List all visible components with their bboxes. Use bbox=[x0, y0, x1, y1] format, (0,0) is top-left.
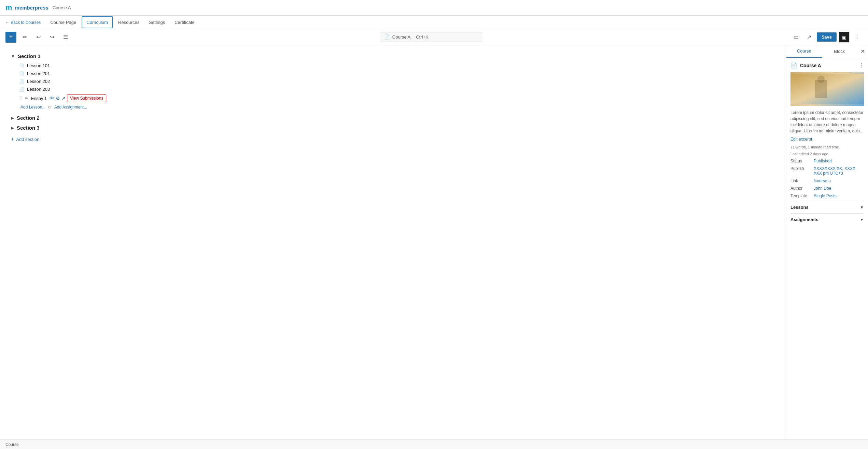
template-value[interactable]: Single Posts bbox=[814, 193, 837, 198]
document-title-input[interactable]: 📄 Course A Ctrl+K bbox=[380, 32, 482, 42]
essay-settings-icon[interactable]: ⚙ bbox=[56, 96, 60, 101]
more-options-button[interactable]: ⋮ bbox=[852, 32, 863, 43]
lesson-icon: 📄 bbox=[19, 71, 24, 76]
toolbar-right: ▭ ↗ Save ▣ ⋮ bbox=[791, 32, 863, 43]
section-3-title: Section 3 bbox=[17, 125, 40, 131]
section-3-header[interactable]: ▶ Section 3 bbox=[11, 125, 775, 131]
panel-lessons-title: Lessons bbox=[790, 205, 809, 210]
section-1-header[interactable]: ▼ Section 1 bbox=[11, 53, 775, 59]
panel-lessons-chevron-icon: ▼ bbox=[860, 205, 864, 210]
section-2-header[interactable]: ▶ Section 2 bbox=[11, 115, 775, 121]
status-text: Course bbox=[5, 442, 19, 447]
content-area: ▼ Section 1 📄 Lesson 101 📄 Lesson 201 📄 … bbox=[0, 45, 786, 439]
lesson-icon: 📄 bbox=[19, 79, 24, 84]
add-section-label: Add section bbox=[16, 137, 39, 142]
svg-point-2 bbox=[817, 76, 825, 83]
essay-name: Essay 1 bbox=[31, 96, 47, 101]
panel-close-button[interactable]: ✕ bbox=[857, 45, 868, 58]
publish-value[interactable]: XXXXXXXX XX, XXXX XXX pm UTC+0 bbox=[814, 166, 864, 176]
section-1-title: Section 1 bbox=[18, 53, 41, 59]
tab-course[interactable]: Course bbox=[786, 45, 822, 58]
essay-share-icon[interactable]: ↗ bbox=[61, 96, 66, 101]
right-panel: Course Block ✕ 📄 Course A ⋮ bbox=[786, 45, 868, 439]
status-row: Status Published bbox=[790, 159, 864, 163]
section-3-chevron-icon: ▶ bbox=[11, 126, 14, 130]
course-block-menu-icon[interactable]: ⋮ bbox=[858, 62, 864, 69]
author-value[interactable]: John Doe bbox=[814, 186, 831, 191]
status-bar: Course bbox=[0, 439, 868, 449]
lesson-name: Lesson 201 bbox=[27, 71, 50, 76]
add-section-plus-icon: + bbox=[11, 136, 14, 142]
author-row: Author John Doe bbox=[790, 186, 864, 191]
course-thumbnail bbox=[790, 72, 864, 106]
tab-block[interactable]: Block bbox=[822, 45, 857, 58]
sidebar-toggle-button[interactable]: ▣ bbox=[839, 32, 850, 43]
view-button[interactable]: ▭ bbox=[791, 32, 802, 43]
undo-button[interactable]: ↩ bbox=[33, 32, 44, 43]
section-2-title: Section 2 bbox=[17, 115, 40, 121]
nav-tabs: ← Back to Courses Course Page Curriculum… bbox=[0, 16, 868, 29]
template-row: Template Single Posts bbox=[790, 193, 864, 198]
logo-area: m memberpress Course A bbox=[5, 3, 71, 12]
lesson-name: Lesson 101 bbox=[27, 63, 50, 68]
tab-resources[interactable]: Resources bbox=[114, 17, 143, 28]
doc-icon: 📄 bbox=[384, 34, 390, 40]
add-assignment-link[interactable]: Add Assignment... bbox=[54, 105, 87, 110]
course-block-header: 📄 Course A ⋮ bbox=[790, 62, 864, 69]
logo-m-icon: m bbox=[5, 3, 12, 12]
panel-assignments-chevron-icon: ▼ bbox=[860, 217, 864, 222]
list-item: 📄 Lesson 202 bbox=[19, 77, 775, 85]
tab-course-page[interactable]: Course Page bbox=[46, 17, 80, 28]
essay-actions: 👁 ⚙ ↗ View Submissions bbox=[50, 95, 106, 102]
toolbar-center: 📄 Course A Ctrl+K bbox=[74, 32, 788, 42]
list-item: 📄 Lesson 101 bbox=[19, 62, 775, 70]
tab-settings[interactable]: Settings bbox=[145, 17, 169, 28]
panel-lessons-section[interactable]: Lessons ▼ bbox=[790, 201, 864, 213]
essay-edit-icon[interactable]: ✏ bbox=[25, 96, 28, 101]
list-item: 📄 Lesson 201 bbox=[19, 70, 775, 77]
doc-title-shortcut: Ctrl+K bbox=[416, 34, 428, 40]
drag-handle-icon[interactable]: ⣿ bbox=[19, 96, 22, 101]
panel-tabs: Course Block ✕ bbox=[786, 45, 868, 58]
essay-view-icon[interactable]: 👁 bbox=[50, 96, 54, 101]
edit-excerpt-link[interactable]: Edit excerpt bbox=[790, 137, 864, 142]
add-block-button[interactable]: + bbox=[5, 32, 16, 43]
section-2-container: ▶ Section 2 bbox=[11, 115, 775, 121]
course-description: Lorem ipsum dolor sit amet, consectetur … bbox=[790, 110, 864, 134]
edit-icon-button[interactable]: ✏ bbox=[19, 32, 30, 43]
course-name-header: Course A bbox=[53, 5, 71, 10]
status-label: Status bbox=[790, 159, 811, 163]
lesson-name: Lesson 203 bbox=[27, 87, 50, 92]
link-label: Link bbox=[790, 178, 811, 183]
save-button[interactable]: Save bbox=[817, 32, 837, 42]
list-view-button[interactable]: ☰ bbox=[60, 32, 71, 43]
link-row: Link /course-a bbox=[790, 178, 864, 183]
main-layout: ▼ Section 1 📄 Lesson 101 📄 Lesson 201 📄 … bbox=[0, 45, 868, 439]
course-block-doc-icon: 📄 bbox=[790, 62, 797, 69]
tab-certificate[interactable]: Certificate bbox=[170, 17, 199, 28]
panel-meta-edited: Last edited 2 days ago. bbox=[790, 152, 864, 156]
add-links: Add Lesson... or Add Assignment... bbox=[19, 105, 775, 110]
panel-assignments-section[interactable]: Assignments ▼ bbox=[790, 213, 864, 226]
back-to-courses-link[interactable]: ← Back to Courses bbox=[5, 20, 41, 25]
essay-1-item: ⣿ ✏ Essay 1 👁 ⚙ ↗ View Submissions bbox=[19, 93, 775, 103]
redo-button[interactable]: ↪ bbox=[46, 32, 57, 43]
publish-row: Publish XXXXXXXX XX, XXXX XXX pm UTC+0 bbox=[790, 166, 864, 176]
view-submissions-button[interactable]: View Submissions bbox=[67, 95, 106, 102]
status-value[interactable]: Published bbox=[814, 159, 832, 163]
toolbar: + ✏ ↩ ↪ ☰ 📄 Course A Ctrl+K ▭ ↗ Save ▣ ⋮ bbox=[0, 29, 868, 45]
panel-content: 📄 Course A ⋮ bbox=[786, 58, 868, 439]
template-label: Template bbox=[790, 193, 811, 198]
add-section-button[interactable]: + Add section bbox=[11, 136, 39, 142]
tab-curriculum[interactable]: Curriculum bbox=[82, 16, 113, 28]
add-lesson-link[interactable]: Add Lesson... bbox=[20, 105, 45, 110]
top-bar: m memberpress Course A bbox=[0, 0, 868, 16]
thumbnail-svg bbox=[790, 72, 864, 106]
section-1-content: 📄 Lesson 101 📄 Lesson 201 📄 Lesson 202 📄… bbox=[19, 62, 775, 110]
course-block-title: Course A bbox=[800, 63, 856, 68]
link-value[interactable]: /course-a bbox=[814, 178, 831, 183]
panel-meta-words: 71 words, 1 minute read time. bbox=[790, 145, 864, 149]
lesson-icon: 📄 bbox=[19, 63, 24, 68]
list-item: 📄 Lesson 203 bbox=[19, 85, 775, 93]
external-link-button[interactable]: ↗ bbox=[804, 32, 815, 43]
